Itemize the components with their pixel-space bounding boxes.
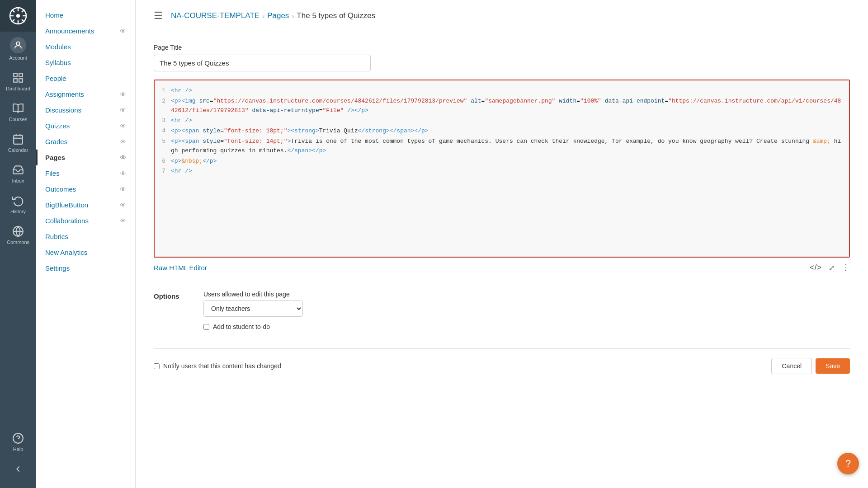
inbox-icon — [12, 164, 24, 176]
options-label: Options — [154, 291, 190, 300]
help-label: Help — [13, 446, 24, 452]
discussions-visibility-icon: 👁 — [120, 107, 126, 114]
dashboard-label: Dashboard — [6, 86, 30, 91]
commons-icon — [12, 225, 24, 238]
nav-quizzes[interactable]: Quizzes 👁 — [36, 118, 135, 134]
account-icon — [10, 37, 26, 53]
svg-rect-13 — [14, 79, 17, 82]
code-line-2: 2 <p><img src="https://canvas.instructur… — [155, 96, 849, 116]
sidebar-bottom: Help — [0, 427, 36, 488]
breadcrumb-pages[interactable]: Pages — [267, 11, 289, 20]
svg-rect-11 — [14, 73, 17, 77]
assignments-visibility-icon: 👁 — [120, 91, 126, 98]
nav-home[interactable]: Home — [36, 7, 135, 23]
save-button[interactable]: Save — [816, 358, 850, 374]
sidebar-collapse-btn[interactable] — [0, 457, 36, 481]
sidebar-item-calendar[interactable]: Calendar — [0, 127, 36, 158]
files-visibility-icon: 👁 — [120, 170, 126, 177]
svg-rect-15 — [14, 135, 23, 144]
header-bar: ☰ NA-COURSE-TEMPLATE › Pages › The 5 typ… — [154, 0, 850, 30]
calendar-icon — [12, 133, 24, 145]
quizzes-visibility-icon: 👁 — [120, 122, 126, 130]
history-label: History — [10, 209, 26, 214]
app-logo[interactable] — [0, 0, 36, 32]
editor-toolbar: Raw HTML Editor </> ⤢ ⋮ — [154, 258, 850, 277]
nav-grades[interactable]: Grades 👁 — [36, 134, 135, 150]
code-line-5: 5 <p><span style="font-size: 14pt;">Triv… — [155, 136, 849, 156]
collaborations-visibility-icon: 👁 — [120, 217, 126, 225]
nav-syllabus[interactable]: Syllabus — [36, 55, 135, 70]
nav-sidebar: Home Announcements 👁 Modules Syllabus Pe… — [36, 0, 136, 488]
nav-people[interactable]: People — [36, 70, 135, 86]
nav-files[interactable]: Files 👁 — [36, 165, 135, 181]
code-line-3: 3 <hr /> — [155, 116, 849, 126]
courses-label: Courses — [9, 117, 28, 122]
nav-collaborations[interactable]: Collaborations 👁 — [36, 213, 135, 229]
nav-outcomes[interactable]: Outcomes 👁 — [36, 181, 135, 197]
btn-actions: Cancel Save — [771, 358, 850, 374]
expand-icon[interactable]: ⤢ — [829, 263, 835, 272]
collapse-icon — [12, 463, 24, 475]
sidebar-item-account[interactable]: Account — [0, 32, 36, 66]
sidebar-item-dashboard[interactable]: Dashboard — [0, 66, 36, 97]
cancel-button[interactable]: Cancel — [771, 358, 812, 374]
nav-rubrics[interactable]: Rubrics — [36, 229, 135, 244]
student-todo-row: Add to student to-do — [203, 323, 303, 330]
editor-toolbar-icons: </> ⤢ ⋮ — [810, 263, 850, 272]
code-view-icon[interactable]: </> — [810, 263, 821, 272]
nav-modules[interactable]: Modules — [36, 39, 135, 55]
grades-visibility-icon: 👁 — [120, 138, 126, 145]
nav-assignments[interactable]: Assignments 👁 — [36, 86, 135, 102]
options-section: Options Users allowed to edit this page … — [154, 286, 850, 330]
svg-point-1 — [16, 14, 20, 18]
help-button[interactable]: ? — [837, 453, 859, 474]
users-allowed-select[interactable]: Only teachers Teachers and Students Anyo… — [203, 300, 303, 317]
commons-label: Commons — [7, 239, 29, 245]
history-icon — [12, 194, 24, 207]
nav-discussions[interactable]: Discussions 👁 — [36, 102, 135, 118]
sidebar-item-courses[interactable]: Courses — [0, 97, 36, 127]
breadcrumb-sep-2: › — [292, 12, 294, 20]
icon-sidebar: Account Dashboard Courses Calendar — [0, 0, 36, 488]
outcomes-visibility-icon: 👁 — [120, 186, 126, 193]
nav-settings[interactable]: Settings — [36, 260, 135, 276]
menu-icon[interactable]: ☰ — [154, 10, 163, 22]
code-line-7: 7 <hr /> — [155, 166, 849, 177]
users-allowed-label: Users allowed to edit this page — [203, 291, 303, 298]
code-editor[interactable]: 1 <hr /> 2 <p><img src="https://canvas.i… — [155, 80, 849, 257]
code-line-6: 6 <p>&nbsp;</p> — [155, 156, 849, 167]
nav-bigbluebutton[interactable]: BigBlueButton 👁 — [36, 197, 135, 213]
nav-pages[interactable]: Pages 👁 — [36, 150, 135, 165]
help-icon — [12, 432, 24, 445]
breadcrumb: NA-COURSE-TEMPLATE › Pages › The 5 types… — [171, 11, 375, 20]
sidebar-item-history[interactable]: History — [0, 189, 36, 220]
raw-html-editor-btn[interactable]: Raw HTML Editor — [154, 264, 207, 272]
sidebar-item-help[interactable]: Help — [0, 427, 36, 457]
notify-users-checkbox[interactable] — [154, 363, 160, 369]
users-allowed-section: Users allowed to edit this page Only tea… — [203, 291, 303, 317]
page-title-section: Page Title — [154, 44, 850, 80]
breadcrumb-current: The 5 types of Quizzes — [297, 11, 375, 20]
notify-row: Notify users that this content has chang… — [154, 362, 281, 370]
code-editor-wrapper: 1 <hr /> 2 <p><img src="https://canvas.i… — [154, 80, 850, 258]
svg-point-10 — [16, 42, 19, 45]
account-label: Account — [9, 55, 27, 61]
student-todo-label[interactable]: Add to student to-do — [213, 323, 270, 330]
nav-new-analytics[interactable]: New Analytics — [36, 244, 135, 260]
options-controls: Users allowed to edit this page Only tea… — [203, 291, 303, 330]
svg-rect-12 — [19, 73, 23, 77]
bottom-bar: Notify users that this content has chang… — [154, 348, 850, 374]
notify-users-label[interactable]: Notify users that this content has chang… — [163, 362, 281, 370]
student-todo-checkbox[interactable] — [203, 324, 209, 330]
more-options-icon[interactable]: ⋮ — [842, 263, 850, 272]
svg-rect-14 — [19, 79, 23, 82]
calendar-label: Calendar — [8, 147, 28, 153]
breadcrumb-course[interactable]: NA-COURSE-TEMPLATE — [171, 11, 259, 20]
page-title-input[interactable] — [154, 55, 371, 71]
sidebar-item-inbox[interactable]: Inbox — [0, 158, 36, 189]
bigbluebutton-visibility-icon: 👁 — [120, 202, 126, 209]
breadcrumb-sep-1: › — [262, 12, 264, 20]
sidebar-item-commons[interactable]: Commons — [0, 220, 36, 250]
nav-announcements[interactable]: Announcements 👁 — [36, 23, 135, 39]
page-title-label: Page Title — [154, 44, 850, 51]
